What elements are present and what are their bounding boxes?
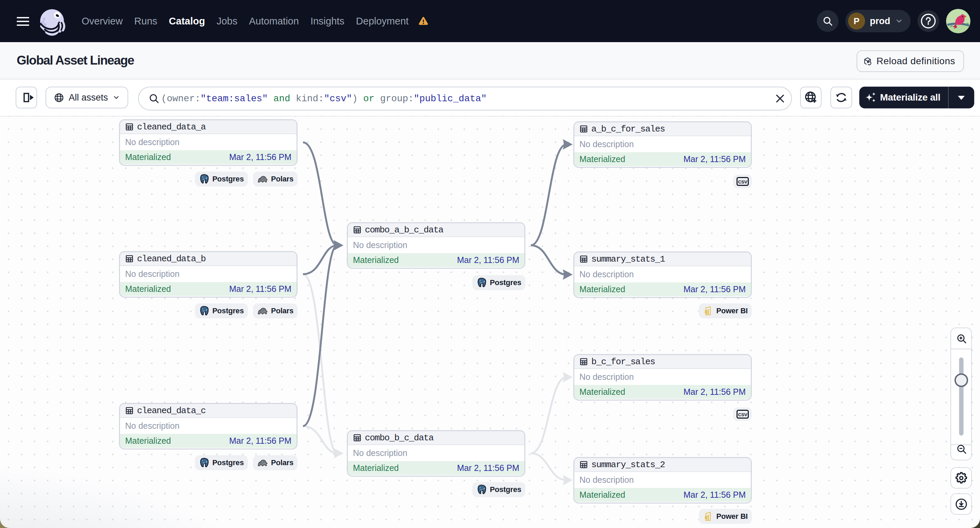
svg-text:CSV: CSV (738, 412, 747, 417)
svg-text:CSV: CSV (738, 179, 747, 184)
